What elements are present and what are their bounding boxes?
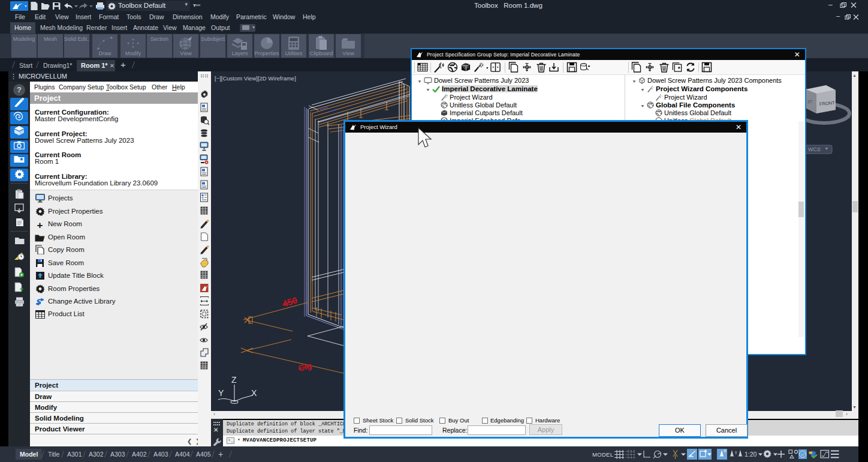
svg-text:450: 450: [281, 295, 299, 309]
svg-text:1:20: 1:20: [745, 451, 757, 458]
svg-text:WCS: WCS: [808, 146, 821, 152]
svg-text:Clg: Clg: [297, 361, 313, 373]
svg-text:Z: Z: [231, 375, 237, 385]
svg-text:MODEL: MODEL: [592, 451, 613, 458]
svg-text:X: X: [251, 388, 257, 398]
svg-text:ST: ST: [807, 100, 812, 104]
svg-text:Y: Y: [218, 388, 224, 398]
